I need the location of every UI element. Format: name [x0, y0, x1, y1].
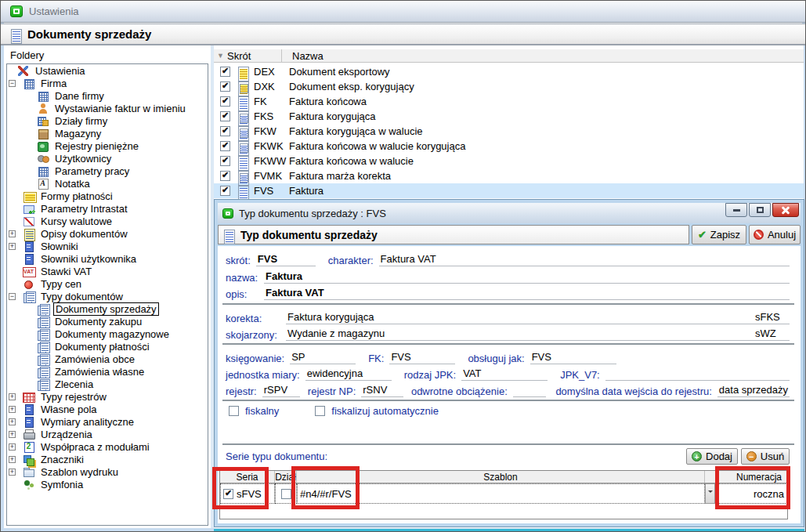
row-checkbox[interactable]: [220, 141, 230, 151]
tree-item[interactable]: Magazyny: [7, 127, 208, 139]
dzial-checkbox[interactable]: [281, 489, 291, 499]
tree-item-label[interactable]: Znaczniki: [39, 454, 85, 465]
tree-item-label[interactable]: Symfonia: [39, 479, 85, 490]
table-row[interactable]: FKFaktura końcowa: [214, 94, 804, 109]
tree-item-label[interactable]: Słowniki: [39, 241, 80, 252]
tree-item[interactable]: Dokumenty magazynowe: [7, 328, 208, 340]
column-header-skrot[interactable]: Skrót: [227, 50, 251, 62]
folders-tree[interactable]: Ustawienia−FirmaDane firmyWystawianie fa…: [6, 63, 208, 526]
rejestr-field[interactable]: rSPV: [262, 384, 300, 397]
tree-item[interactable]: Parametry Intrastat: [7, 202, 208, 215]
tree-item-label[interactable]: Zamówienia obce: [53, 353, 136, 365]
tree-item-label[interactable]: Użytkownicy: [53, 153, 113, 165]
tree-item[interactable]: Dokumenty sprzedaży: [7, 302, 208, 315]
tree-item[interactable]: +Opisy dokumentów: [7, 227, 208, 240]
domyslna-field[interactable]: data sprzedaży: [717, 384, 790, 397]
table-row[interactable]: FKSFaktura korygująca: [214, 109, 804, 124]
tree-item-label[interactable]: Firma: [39, 78, 68, 89]
table-row[interactable]: DXKDokument eksp. korygujący: [214, 79, 804, 94]
table-row[interactable]: FVSFaktura: [214, 183, 804, 198]
tree-item-label[interactable]: Słowniki użytkownika: [39, 253, 138, 265]
collapse-icon[interactable]: −: [9, 80, 16, 87]
tree-item[interactable]: Notatka: [7, 177, 208, 190]
close-button[interactable]: [772, 203, 799, 217]
expand-icon[interactable]: +: [9, 230, 16, 237]
remove-series-button[interactable]: − Usuń: [741, 448, 790, 465]
korekta-code[interactable]: sFKS: [754, 311, 790, 324]
fiskalizuj-checkbox[interactable]: [315, 406, 325, 416]
tree-item[interactable]: Zamówienia własne: [7, 365, 208, 378]
tree-item-label[interactable]: Dokumenty zakupu: [53, 316, 143, 328]
table-row[interactable]: FKWWFaktura końcowa w walucie: [214, 154, 804, 168]
tree-item-label[interactable]: Typy cen: [39, 278, 83, 290]
jednostka-field[interactable]: ewidencyjna: [305, 367, 392, 381]
tree-item-label[interactable]: Zlecenia: [53, 378, 95, 390]
tree-item[interactable]: Kursy walutowe: [7, 215, 208, 227]
tree-item[interactable]: Symfonia: [7, 478, 208, 490]
row-checkbox[interactable]: [220, 67, 230, 77]
expand-icon[interactable]: +: [9, 431, 16, 438]
tree-item[interactable]: −Firma: [7, 77, 208, 89]
skojarzony-field[interactable]: Wydanie z magazynu: [286, 328, 754, 341]
column-header-nazwa[interactable]: Nazwa: [292, 50, 323, 62]
tree-item[interactable]: +Własne pola: [7, 403, 208, 415]
maximize-button[interactable]: [749, 203, 771, 217]
tree-item-label[interactable]: Rejestry pieniężne: [53, 140, 140, 152]
doc-table-header[interactable]: ▼ Skrót Nazwa: [214, 49, 804, 63]
collapse-icon[interactable]: −: [9, 293, 16, 300]
numeracja-dropdown-button[interactable]: [705, 483, 715, 504]
tree-item-label[interactable]: Magazyny: [53, 128, 103, 139]
tree-item[interactable]: Zamówienia obce: [7, 353, 208, 365]
tree-item[interactable]: Formy płatności: [7, 190, 208, 202]
tree-item[interactable]: −Typy dokumentów: [7, 290, 208, 302]
obsluguj-field[interactable]: FVS: [530, 351, 616, 364]
save-button[interactable]: ✔ Zapisz: [692, 225, 746, 244]
expand-icon[interactable]: +: [9, 469, 16, 476]
row-checkbox[interactable]: [220, 111, 230, 121]
expand-icon[interactable]: +: [9, 456, 16, 463]
tree-item[interactable]: Typy cen: [7, 277, 208, 290]
row-checkbox[interactable]: [220, 186, 230, 196]
tree-item-label[interactable]: Formy płatności: [39, 190, 114, 202]
tree-item-label[interactable]: Dokumenty sprzedaży: [53, 302, 159, 316]
tree-item[interactable]: +Współpraca z modułami: [7, 440, 208, 453]
expand-icon[interactable]: +: [9, 393, 16, 400]
expand-icon[interactable]: +: [9, 418, 16, 425]
tree-item[interactable]: Stawki VAT: [7, 265, 208, 277]
tree-item[interactable]: Ustawienia: [7, 64, 208, 77]
tree-item-label[interactable]: Dokumenty magazynowe: [53, 328, 171, 340]
table-row[interactable]: FKWKFaktura końcowa w walucie korygująca: [214, 139, 804, 154]
row-checkbox[interactable]: [220, 171, 230, 181]
expand-icon[interactable]: +: [9, 406, 16, 413]
tree-item[interactable]: +Wymiary analityczne: [7, 415, 208, 428]
tree-item-label[interactable]: Wystawianie faktur w imieniu: [53, 103, 187, 114]
tree-item[interactable]: Działy firmy: [7, 114, 208, 127]
fk-field[interactable]: FVS: [389, 351, 455, 364]
tree-item[interactable]: +Szablon wydruku: [7, 465, 208, 478]
table-row[interactable]: FVMKFaktura marża korekta: [214, 168, 804, 183]
tree-item[interactable]: Dokumenty płatności: [7, 340, 208, 353]
tree-item-label[interactable]: Ustawienia: [34, 65, 87, 77]
minimize-button[interactable]: [725, 203, 747, 217]
tree-item[interactable]: +Słowniki: [7, 240, 208, 252]
table-row[interactable]: FKWFaktura korygująca w walucie: [214, 124, 804, 139]
row-checkbox[interactable]: [220, 96, 230, 107]
tree-item-label[interactable]: Wymiary analityczne: [39, 416, 136, 428]
tree-item-label[interactable]: Kursy walutowe: [39, 215, 114, 227]
tree-item-label[interactable]: Współpraca z modułami: [39, 441, 151, 453]
jpk-v7-field[interactable]: [605, 379, 790, 381]
nazwa-field[interactable]: Faktura: [264, 270, 790, 284]
row-checkbox[interactable]: [220, 156, 230, 166]
tree-item[interactable]: Wystawianie faktur w imieniu: [7, 102, 208, 114]
expand-icon[interactable]: +: [9, 243, 16, 250]
tree-item[interactable]: Parametry pracy: [7, 165, 208, 177]
tree-item[interactable]: Zlecenia: [7, 378, 208, 390]
column-divider[interactable]: [281, 49, 282, 63]
tree-item-label[interactable]: Urządzenia: [39, 429, 94, 440]
tree-item-label[interactable]: Własne pola: [39, 404, 99, 415]
skojarzony-code[interactable]: sWZ: [754, 328, 790, 341]
tree-item-label[interactable]: Typy rejestrów: [39, 391, 108, 403]
tree-item[interactable]: +Typy rejestrów: [7, 390, 208, 403]
ksiegowanie-field[interactable]: SP: [290, 351, 356, 364]
tree-item[interactable]: +Urządzenia: [7, 428, 208, 440]
